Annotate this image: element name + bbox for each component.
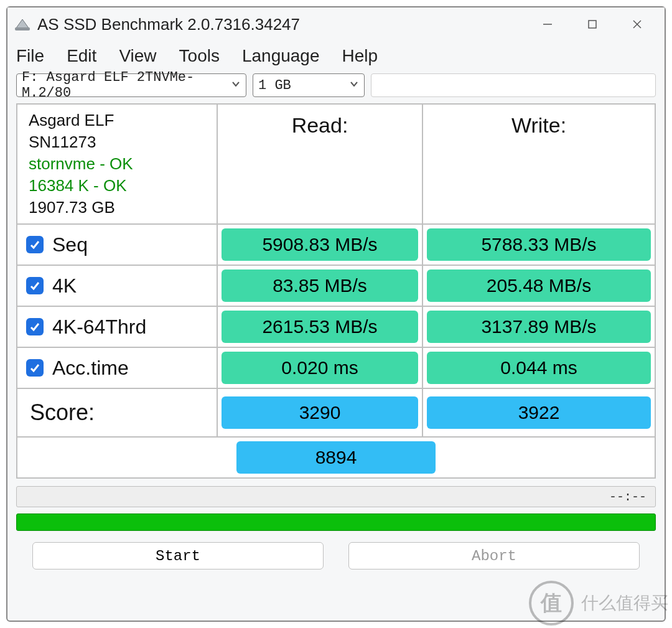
start-button-label: Start — [156, 548, 200, 565]
window-buttons — [525, 11, 660, 38]
drive-select-value: F: Asgard ELF 2TNVMe-M.2/80 — [22, 70, 231, 101]
selector-spacer — [371, 73, 656, 97]
acc-read: 0.020 ms — [222, 352, 418, 384]
row-acc-label: Acc.time — [52, 357, 129, 380]
close-button[interactable] — [615, 11, 660, 38]
header-row: Asgard ELF SN11273 stornvme - OK 16384 K… — [17, 105, 655, 223]
row-4k64: 4K-64Thrd 2615.53 MB/s 3137.89 MB/s — [17, 306, 655, 347]
maximize-button[interactable] — [570, 11, 615, 38]
row-score: Score: 3290 3922 — [17, 388, 655, 436]
test-size-select[interactable]: 1 GB — [253, 73, 365, 97]
seq-checkbox[interactable] — [26, 236, 44, 253]
svg-rect-0 — [15, 27, 30, 30]
row-4k: 4K 83.85 MB/s 205.48 MB/s — [17, 265, 655, 306]
write-header: Write: — [422, 105, 655, 223]
row-acc: Acc.time 0.020 ms 0.044 ms — [17, 347, 655, 388]
selector-row: F: Asgard ELF 2TNVMe-M.2/80 1 GB — [7, 73, 665, 103]
seq-write: 5788.33 MB/s — [427, 228, 651, 261]
drive-serial: SN11273 — [29, 133, 96, 152]
abort-button[interactable]: Abort — [348, 542, 640, 569]
k4-read: 83.85 MB/s — [222, 269, 418, 302]
menu-file[interactable]: File — [16, 46, 44, 66]
chevron-down-icon — [231, 78, 241, 93]
drive-info: Asgard ELF SN11273 stornvme - OK 16384 K… — [17, 105, 217, 223]
row-acc-label-cell: Acc.time — [17, 348, 217, 388]
results-grid-wrap: Asgard ELF SN11273 stornvme - OK 16384 K… — [7, 103, 665, 479]
acc-checkbox[interactable] — [26, 359, 44, 377]
row-seq: Seq 5908.83 MB/s 5788.33 MB/s — [17, 223, 655, 265]
menu-language[interactable]: Language — [242, 46, 320, 66]
k4-64-read: 2615.53 MB/s — [222, 311, 418, 343]
status-text: --:-- — [609, 490, 646, 504]
start-button[interactable]: Start — [32, 542, 324, 569]
k4-64-write: 3137.89 MB/s — [427, 311, 651, 343]
seq-read: 5908.83 MB/s — [222, 228, 418, 261]
drive-select[interactable]: F: Asgard ELF 2TNVMe-M.2/80 — [16, 73, 246, 97]
chevron-down-icon — [349, 78, 359, 93]
ssd-icon — [12, 14, 32, 34]
minimize-button[interactable] — [525, 11, 570, 38]
drive-driver: stornvme - OK — [29, 154, 133, 174]
menu-view[interactable]: View — [119, 46, 156, 66]
progress-bar — [16, 513, 656, 531]
abort-button-label: Abort — [472, 548, 516, 565]
k4-checkbox[interactable] — [26, 277, 44, 294]
acc-write: 0.044 ms — [427, 352, 651, 384]
row-4k-label-cell: 4K — [17, 266, 217, 306]
row-score-total: 8894 — [17, 436, 655, 477]
window-title: AS SSD Benchmark 2.0.7316.34247 — [37, 15, 525, 34]
app-window: AS SSD Benchmark 2.0.7316.34247 File Edi… — [6, 6, 666, 622]
score-label: Score: — [17, 389, 217, 436]
drive-capacity: 1907.73 GB — [29, 198, 115, 217]
score-total: 8894 — [236, 441, 436, 474]
row-4k64-label-cell: 4K-64Thrd — [17, 307, 217, 347]
svg-rect-2 — [589, 21, 596, 28]
row-4k-label: 4K — [52, 274, 77, 298]
menubar: File Edit View Tools Language Help — [7, 41, 665, 73]
k4-write: 205.48 MB/s — [427, 269, 651, 302]
drive-align: 16384 K - OK — [29, 176, 127, 195]
results-grid: Asgard ELF SN11273 stornvme - OK 16384 K… — [16, 103, 656, 479]
row-seq-label-cell: Seq — [17, 225, 217, 265]
status-bar: --:-- — [16, 486, 656, 507]
button-row: Start Abort — [7, 531, 665, 582]
titlebar: AS SSD Benchmark 2.0.7316.34247 — [7, 7, 665, 41]
menu-tools[interactable]: Tools — [179, 46, 220, 66]
score-read: 3290 — [222, 396, 418, 429]
score-write: 3922 — [427, 396, 651, 429]
k4-64-checkbox[interactable] — [26, 318, 44, 335]
row-seq-label: Seq — [52, 233, 88, 256]
drive-name: Asgard ELF — [29, 111, 114, 130]
test-size-value: 1 GB — [258, 78, 291, 93]
row-4k64-label: 4K-64Thrd — [52, 316, 146, 339]
read-header: Read: — [217, 105, 422, 223]
menu-edit[interactable]: Edit — [67, 46, 96, 66]
menu-help[interactable]: Help — [342, 46, 378, 66]
